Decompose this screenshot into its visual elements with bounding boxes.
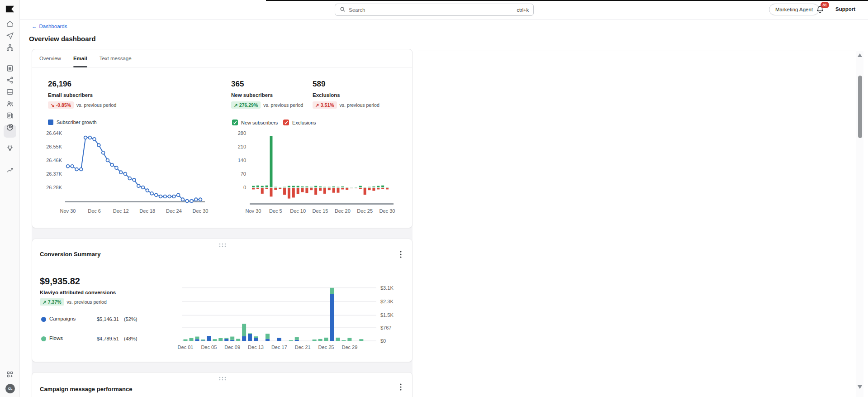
stat-new-subscribers: 365 New subscribers ↗276.29% vs. previou… [231, 80, 303, 109]
svg-text:Dec 29: Dec 29 [342, 344, 357, 350]
conversion-subtitle: Klaviyo attributed conversions [40, 290, 116, 295]
svg-text:$0: $0 [380, 338, 386, 344]
row-value: $5,146.31 [97, 316, 119, 322]
trend-badge: ↘-0.85% [48, 101, 74, 109]
legend-new-subscribers[interactable]: New subscribers [232, 120, 278, 125]
stat-label: New subscribers [231, 92, 303, 98]
kebab-menu-icon[interactable] [398, 250, 404, 259]
stat-label: Email subscribers [48, 92, 116, 98]
svg-text:Dec 01: Dec 01 [178, 344, 194, 350]
content-top-divider [418, 51, 856, 51]
svg-text:$3.1K: $3.1K [380, 285, 394, 291]
svg-text:Dec 24: Dec 24 [166, 208, 182, 214]
svg-text:$1.5K: $1.5K [380, 312, 394, 318]
svg-text:26.46K: 26.46K [46, 158, 62, 163]
sidebar-item-benchmarks-icon[interactable] [6, 166, 14, 174]
sidebar-item-ideas-icon[interactable] [6, 144, 14, 152]
vs-previous-period: vs. previous period [76, 102, 116, 108]
tab-overview[interactable]: Overview [39, 49, 61, 67]
sidebar-item-signup-share-icon[interactable] [6, 76, 14, 84]
breadcrumb-label: Dashboards [39, 24, 67, 29]
sidebar-item-inbox-icon[interactable] [6, 88, 14, 96]
breadcrumb-dashboards[interactable]: ← Dashboards [32, 24, 67, 29]
legend-row-flows: Flows $4,789.51 (48%) [32, 335, 168, 342]
sidebar-item-campaigns-icon[interactable] [6, 32, 14, 40]
trend-badge: ↗7.37% [40, 298, 64, 306]
page-title: Overview dashboard [29, 35, 96, 43]
svg-text:Dec 30: Dec 30 [379, 208, 395, 214]
email-metrics-card: Overview Email Text message 26,196 Email… [32, 49, 413, 228]
svg-text:Dec 6: Dec 6 [88, 208, 101, 214]
row-value: $4,789.51 [97, 336, 119, 341]
legend-row-campaigns: Campaigns $5,146.31 (52%) [32, 316, 168, 322]
sidebar-item-analytics-icon[interactable] [6, 123, 14, 131]
sidebar-item-content-icon[interactable] [6, 111, 14, 120]
conversion-total: $9,935.82 [40, 276, 80, 287]
svg-text:210: 210 [238, 144, 246, 149]
svg-text:280: 280 [238, 130, 246, 136]
stat-label: Exclusions [313, 92, 379, 98]
checkbox-checked-green-icon[interactable] [232, 120, 238, 125]
sidebar-item-flows-icon[interactable] [6, 43, 14, 52]
card-title: Conversion Summary [40, 251, 100, 258]
scrollbar-down-arrow[interactable] [858, 385, 862, 389]
trend-down-icon: ↘ [51, 102, 55, 108]
stat-email-subscribers: 26,196 Email subscribers ↘-0.85% vs. pre… [48, 80, 116, 109]
trend-badge: ↗276.29% [231, 101, 261, 109]
tab-email[interactable]: Email [73, 49, 87, 67]
scrollbar-up-arrow[interactable] [858, 53, 862, 57]
search-box[interactable]: ctrl+k [335, 4, 534, 16]
legend-label: Subscriber growth [57, 120, 97, 125]
svg-text:Dec 15: Dec 15 [313, 208, 328, 214]
conversion-trend: ↗7.37% vs. previous period [40, 298, 107, 306]
checkbox-checked-red-icon[interactable] [283, 120, 289, 125]
support-link[interactable]: Support [835, 6, 855, 12]
svg-text:0: 0 [243, 185, 246, 190]
svg-text:26.64K: 26.64K [46, 130, 62, 136]
trend-up-icon: ↗ [234, 102, 238, 108]
campaigns-dot-icon [41, 317, 46, 322]
conversion-stacked-bar-chart: $3.1K$2.3K$1.5K$767$0Dec 01Dec 05Dec 09D… [178, 277, 407, 353]
legend-label: New subscribers [241, 120, 278, 125]
stat-value: 365 [231, 80, 303, 89]
sidebar-item-home-icon[interactable] [6, 20, 14, 28]
svg-text:Dec 10: Dec 10 [290, 208, 306, 214]
sidebar-item-apps-icon[interactable] [6, 370, 14, 378]
svg-text:Dec 21: Dec 21 [295, 344, 311, 350]
svg-text:Dec 5: Dec 5 [269, 208, 282, 214]
stat-value: 589 [313, 80, 379, 89]
back-arrow-icon: ← [32, 24, 37, 29]
legend-exclusions[interactable]: Exclusions [283, 120, 316, 125]
window-top-edge [266, 0, 868, 1]
kebab-menu-icon[interactable] [398, 383, 404, 392]
sidebar-item-forms-icon[interactable] [6, 64, 14, 72]
conversion-summary-card: Conversion Summary $9,935.82 Klaviyo att… [32, 239, 413, 362]
subscriber-growth-line-chart: 26.64K26.55K26.46K26.37K26.28KNov 30Dec … [39, 129, 208, 219]
row-label: Campaigns [49, 316, 76, 321]
svg-text:$767: $767 [380, 325, 391, 330]
search-icon [340, 6, 346, 14]
notification-count-badge[interactable]: 81 [821, 2, 829, 8]
drag-handle-icon[interactable] [218, 241, 227, 249]
svg-text:Dec 30: Dec 30 [193, 208, 209, 214]
vs-previous-period: vs. previous period [67, 299, 107, 305]
marketing-agent-button[interactable]: Marketing Agent [769, 4, 819, 15]
svg-text:26.37K: 26.37K [46, 171, 62, 177]
vs-previous-period: vs. previous period [340, 102, 379, 108]
account-avatar[interactable]: CL [5, 384, 15, 393]
svg-text:Dec 25: Dec 25 [357, 208, 373, 214]
klaviyo-logo-icon[interactable] [5, 5, 15, 15]
scrollbar-thumb[interactable] [858, 76, 862, 138]
legend-subscriber-growth: Subscriber growth [48, 120, 97, 125]
row-share: (48%) [124, 336, 137, 341]
svg-text:26.55K: 26.55K [46, 144, 62, 149]
tab-text-message[interactable]: Text message [100, 49, 132, 67]
sidebar-item-audience-icon[interactable] [6, 100, 14, 108]
flows-dot-icon [41, 336, 46, 341]
drag-handle-icon[interactable] [218, 374, 227, 383]
svg-text:Dec 13: Dec 13 [248, 344, 264, 350]
stat-exclusions: 589 Exclusions ↗3.51% vs. previous perio… [313, 80, 379, 109]
svg-text:Dec 20: Dec 20 [335, 208, 351, 214]
search-input[interactable] [349, 7, 513, 13]
svg-text:Dec 12: Dec 12 [113, 208, 129, 214]
